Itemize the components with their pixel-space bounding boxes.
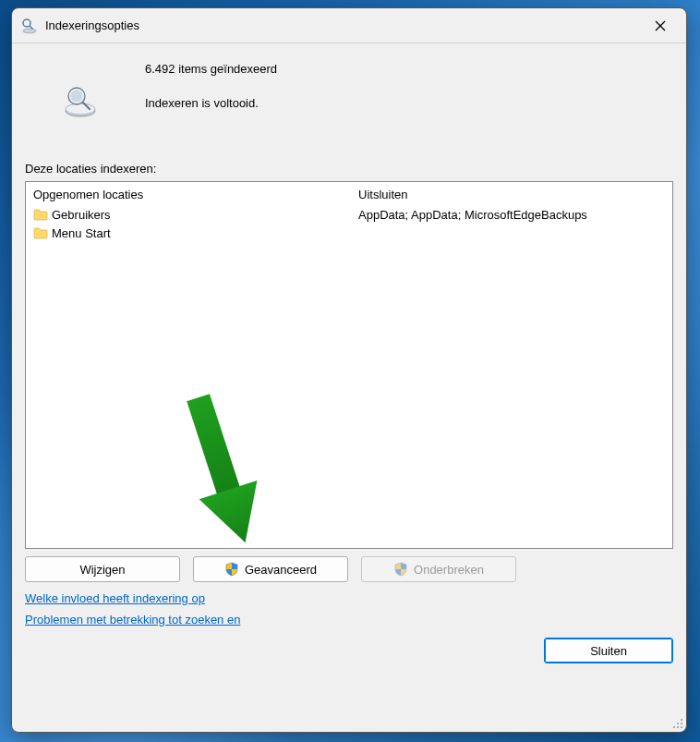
svg-point-16: [677, 726, 679, 728]
content-area: 6.492 items geïndexeerd Indexeren is vol…: [12, 43, 686, 732]
status-row: Indexeren is voltooid.: [25, 83, 673, 123]
advanced-button[interactable]: Geavanceerd: [193, 556, 348, 582]
window-title: Indexeringsopties: [45, 18, 640, 32]
close-button[interactable]: Sluiten: [544, 638, 673, 663]
svg-point-2: [23, 29, 36, 33]
location-item[interactable]: Gebruikers: [33, 205, 344, 224]
window-close-button[interactable]: [640, 12, 681, 40]
status-state: Indexeren is voltooid.: [145, 96, 259, 110]
footer-row: Sluiten: [25, 638, 673, 663]
exclude-value: AppData; AppData; MicrosoftEdgeBackups: [358, 205, 665, 224]
svg-point-13: [677, 723, 679, 724]
included-column-header: Opgenomen locaties: [33, 188, 344, 201]
uac-shield-icon: [393, 562, 408, 577]
button-label: Onderbreken: [414, 563, 484, 577]
excluded-column-header: Uitsluiten: [358, 188, 665, 201]
exclude-value: [358, 224, 665, 242]
svg-point-15: [673, 726, 675, 728]
location-item[interactable]: Menu Start: [33, 224, 344, 242]
location-label: Gebruikers: [52, 208, 111, 222]
svg-point-6: [66, 103, 95, 115]
indexing-influence-link[interactable]: Welke invloed heeft indexering op: [25, 591, 205, 605]
status-count: 6.492 items geïndexeerd: [25, 62, 673, 76]
close-icon: [655, 20, 666, 31]
folder-icon: [33, 208, 48, 221]
help-links: Welke invloed heeft indexering op Proble…: [25, 591, 673, 634]
search-troubleshoot-link[interactable]: Problemen met betrekking tot zoeken en: [25, 613, 240, 626]
resize-grip[interactable]: [670, 716, 683, 729]
magnifier-disk-icon: [62, 110, 99, 123]
svg-point-12: [681, 719, 682, 721]
pause-button: Onderbreken: [361, 556, 516, 582]
titlebar: Indexeringsopties: [12, 8, 686, 43]
svg-point-8: [71, 91, 83, 103]
locations-section-label: Deze locaties indexeren:: [25, 162, 673, 176]
indexing-options-window: Indexeringsopties 6.492 items geïndexeer…: [11, 7, 687, 733]
locations-list[interactable]: Opgenomen locaties Gebruikers Menu Start…: [25, 181, 673, 549]
svg-point-17: [681, 726, 682, 728]
svg-point-0: [23, 19, 30, 27]
button-label: Geavanceerd: [245, 563, 317, 577]
indexing-options-icon: [21, 18, 38, 34]
uac-shield-icon: [224, 562, 239, 577]
button-label: Wijzigen: [79, 563, 125, 577]
button-label: Sluiten: [590, 644, 627, 658]
location-label: Menu Start: [52, 226, 111, 240]
modify-button[interactable]: Wijzigen: [25, 556, 180, 582]
button-row: Wijzigen Geavanceerd: [25, 556, 673, 582]
folder-icon: [33, 226, 48, 239]
svg-point-14: [681, 723, 682, 724]
